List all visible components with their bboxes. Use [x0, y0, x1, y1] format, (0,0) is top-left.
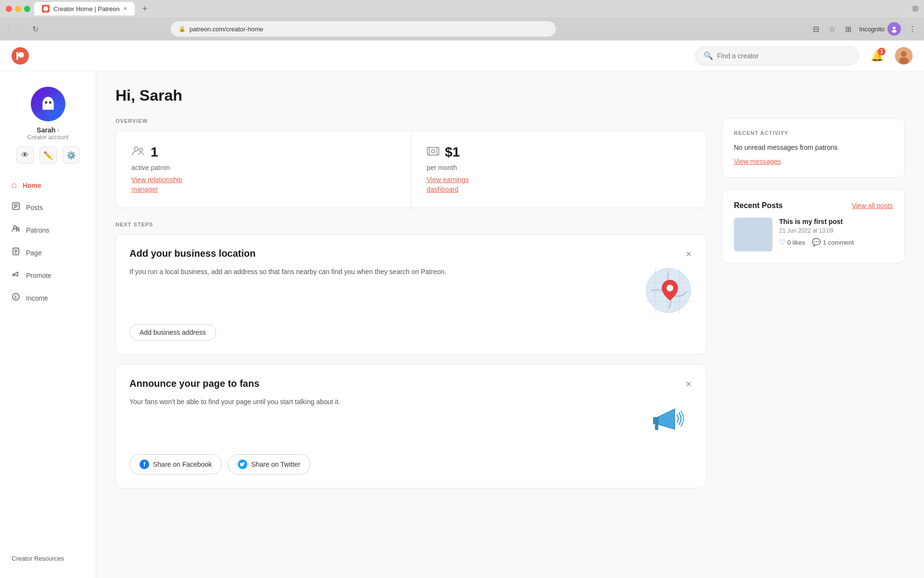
- minimize-window-button[interactable]: [15, 6, 21, 12]
- sidebar-item-posts[interactable]: Posts: [6, 197, 90, 218]
- incognito-profile[interactable]: Incognito: [859, 22, 901, 36]
- logo-icon: [12, 47, 29, 65]
- post-likes: ♡ 0 likes: [779, 238, 805, 247]
- extensions-icon[interactable]: ⊞: [843, 23, 853, 36]
- back-button[interactable]: ‹: [6, 23, 12, 35]
- business-location-close-button[interactable]: ×: [685, 248, 693, 260]
- svg-point-0: [43, 6, 48, 11]
- more-options-icon[interactable]: ⋮: [907, 23, 918, 36]
- share-facebook-button[interactable]: f Share on Facebook: [129, 454, 222, 474]
- earnings-stat: $1 per month View earnings dashboard: [411, 131, 706, 208]
- svg-point-7: [899, 57, 909, 64]
- content-columns: OVERVIEW 1 active patron: [116, 118, 905, 498]
- window-control: [912, 6, 918, 12]
- tab-close-button[interactable]: ×: [124, 5, 127, 12]
- avatar[interactable]: [31, 87, 65, 121]
- patreon-logo[interactable]: [12, 47, 29, 65]
- patrons-stat-icon: [131, 145, 145, 159]
- bookmark-icon[interactable]: ☆: [827, 23, 837, 36]
- profile-name[interactable]: Sarah ›: [37, 126, 59, 134]
- overview-label: OVERVIEW: [116, 118, 706, 124]
- sidebar-footer: Creator Resources: [0, 548, 96, 568]
- earnings-stat-header: $1: [427, 144, 691, 160]
- svg-rect-42: [655, 424, 658, 430]
- view-page-button[interactable]: 👁: [16, 146, 34, 164]
- patrons-stat: 1 active patron View relationship manage…: [116, 131, 411, 208]
- announce-page-header: Announce your page to fans ×: [129, 378, 693, 390]
- content-area: Hi, Sarah OVERVIEW 1: [96, 71, 924, 578]
- announce-page-title: Announce your page to fans: [129, 378, 259, 389]
- sidebar-item-patrons[interactable]: Patrons: [6, 220, 90, 240]
- cast-icon[interactable]: ⊟: [811, 23, 821, 36]
- svg-point-6: [901, 51, 907, 57]
- recent-posts-title: Recent Posts: [734, 201, 783, 210]
- gear-icon: ⚙️: [66, 151, 76, 160]
- profile-actions: 👁 ✏️ ⚙️: [16, 146, 80, 164]
- sidebar-profile: Sarah › Creator account 👁 ✏️ ⚙️: [0, 81, 96, 175]
- profile-role: Creator account: [27, 134, 68, 141]
- top-navigation: 🔍 🔔 1: [0, 40, 924, 71]
- creator-resources-link[interactable]: Creator Resources: [12, 555, 64, 562]
- edit-page-button[interactable]: ✏️: [39, 146, 57, 164]
- earnings-number: $1: [445, 144, 460, 160]
- post-thumbnail: [734, 218, 772, 251]
- edit-icon: ✏️: [43, 151, 53, 160]
- twitter-icon: [238, 460, 247, 469]
- sidebar-item-income[interactable]: $ Income: [6, 288, 90, 308]
- share-twitter-button[interactable]: Share on Twitter: [228, 454, 310, 474]
- svg-rect-4: [16, 52, 18, 60]
- profile-chevron-icon: ›: [57, 128, 59, 133]
- ssl-lock-icon: 🔒: [179, 26, 186, 32]
- svg-point-3: [18, 52, 24, 58]
- recent-activity-card: RECENT ACTIVITY No unread messages from …: [722, 118, 905, 178]
- business-location-header: Add your business location ×: [129, 248, 693, 260]
- overview-card: 1 active patron View relationship manage…: [116, 131, 706, 208]
- announce-page-close-button[interactable]: ×: [685, 378, 693, 390]
- business-location-title: Add your business location: [129, 248, 256, 259]
- browser-tab[interactable]: Creator Home | Patreon ×: [34, 2, 135, 15]
- sidebar-item-page[interactable]: Page: [6, 242, 90, 263]
- tab-favicon: [42, 5, 50, 13]
- view-all-posts-link[interactable]: View all posts: [852, 202, 893, 210]
- svg-rect-41: [653, 417, 659, 424]
- address-bar-container: ‹ › ↻ 🔒 patreon.com/creator-home ⊟ ☆ ⊞ I…: [0, 17, 924, 40]
- browser-titlebar: Creator Home | Patreon × +: [0, 0, 924, 17]
- view-relationship-link[interactable]: View relationship manager: [131, 175, 396, 194]
- view-messages-link[interactable]: View messages: [734, 158, 781, 165]
- svg-point-17: [13, 226, 16, 229]
- business-location-actions: Add business address: [129, 324, 693, 341]
- announce-page-actions: f Share on Facebook Share on Twitter: [129, 454, 693, 474]
- sidebar-item-home[interactable]: ⌂ Home: [6, 175, 90, 195]
- forward-button[interactable]: ›: [18, 23, 24, 35]
- comment-icon: 💬: [812, 238, 821, 247]
- post-date: 21 Jun 2022 at 13:09: [779, 227, 854, 234]
- user-avatar[interactable]: [895, 47, 912, 65]
- post-title[interactable]: This is my first post: [779, 218, 854, 225]
- reload-button[interactable]: ↻: [30, 23, 40, 36]
- view-earnings-link[interactable]: View earnings dashboard: [427, 175, 691, 194]
- svg-point-29: [431, 150, 435, 153]
- search-bar[interactable]: 🔍: [695, 46, 859, 66]
- announce-page-body: Your fans won't be able to find your pag…: [129, 396, 693, 445]
- fullscreen-window-button[interactable]: [24, 6, 30, 12]
- search-input[interactable]: [717, 52, 851, 60]
- svg-rect-10: [42, 103, 53, 108]
- page-icon: [12, 247, 20, 258]
- address-bar[interactable]: 🔒 patreon.com/creator-home: [171, 21, 556, 37]
- svg-text:$: $: [14, 295, 17, 300]
- home-icon: ⌂: [12, 180, 17, 190]
- app: 🔍 🔔 1: [0, 40, 924, 578]
- close-window-button[interactable]: [6, 6, 12, 12]
- no-messages-text: No unread messages from patrons: [734, 144, 893, 151]
- svg-point-27: [140, 148, 143, 152]
- notifications-bell[interactable]: 🔔 1: [871, 50, 884, 62]
- new-tab-button[interactable]: +: [139, 3, 152, 15]
- announce-page-card: Announce your page to fans × Your fans w…: [116, 364, 706, 488]
- patrons-number: 1: [151, 144, 158, 160]
- income-icon: $: [12, 292, 20, 303]
- settings-button[interactable]: ⚙️: [63, 146, 80, 164]
- add-business-address-button[interactable]: Add business address: [129, 324, 216, 341]
- sidebar-item-promote[interactable]: Promote: [6, 265, 90, 286]
- business-location-body: If you run a local business, add an addr…: [129, 266, 693, 315]
- right-column: RECENT ACTIVITY No unread messages from …: [722, 118, 905, 498]
